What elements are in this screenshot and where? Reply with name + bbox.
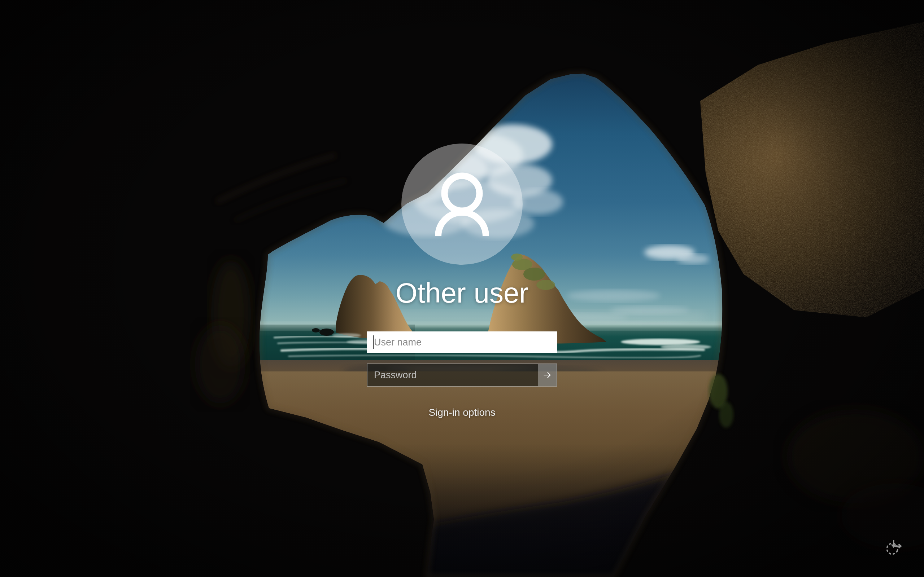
- ease-of-access-button[interactable]: [882, 537, 904, 558]
- password-input[interactable]: [367, 364, 557, 387]
- submit-button[interactable]: [538, 364, 557, 386]
- username-input[interactable]: [367, 331, 557, 353]
- signin-options-link[interactable]: Sign-in options: [426, 406, 498, 419]
- arrow-right-icon: [542, 370, 552, 380]
- text-caret: [373, 335, 373, 349]
- user-display-name: Other user: [396, 278, 528, 309]
- user-avatar: [401, 143, 523, 265]
- password-field[interactable]: [367, 364, 557, 387]
- windows-signin-screen: Other user Sign-in options: [0, 0, 924, 577]
- person-icon: [401, 143, 523, 265]
- username-field[interactable]: [367, 331, 557, 353]
- ease-of-access-icon: [883, 538, 903, 557]
